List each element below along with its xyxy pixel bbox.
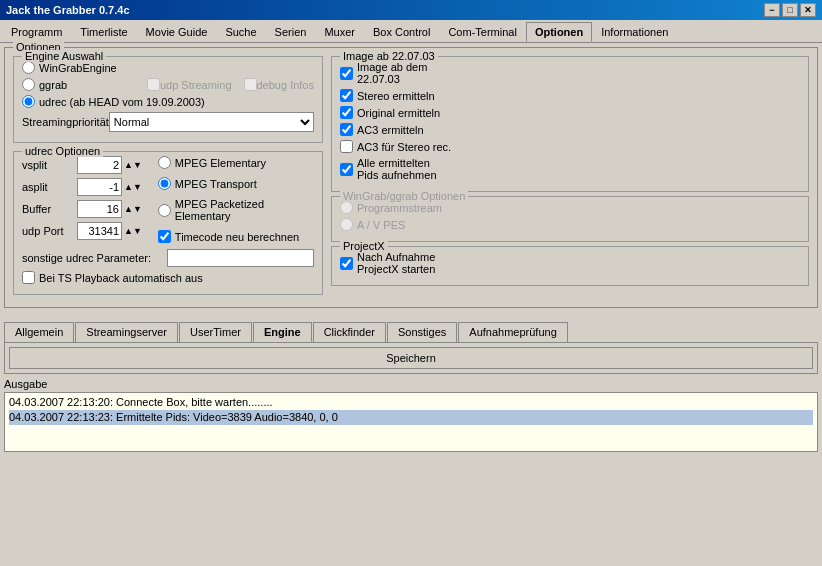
ggrab-radio[interactable]: [22, 78, 35, 91]
output-line-1: 04.03.2007 22:13:20: Connecte Box, bitte…: [9, 395, 813, 410]
ggrab-label: ggrab: [39, 79, 67, 91]
stereo-row: Stereo ermitteln: [340, 89, 800, 102]
close-button[interactable]: ✕: [800, 3, 816, 17]
main-area: Optionen Engine Auswahl WinGrabEngine: [0, 43, 822, 318]
alle-checkbox[interactable]: [340, 163, 353, 176]
tab-clickfinder[interactable]: Clickfinder: [313, 322, 386, 342]
udp-streaming-checkbox[interactable]: [147, 78, 160, 91]
image-group: Image ab 22.07.03 Image ab dem22.07.03 S…: [331, 56, 809, 192]
ts-playback-checkbox[interactable]: [22, 271, 35, 284]
wingrab-group-title: WinGrab/ggrab Optionen: [340, 190, 468, 202]
output-label: Ausgabe: [4, 378, 818, 390]
menu-com-terminal[interactable]: Com-Terminal: [439, 22, 525, 42]
buffer-spinner[interactable]: ▲▼: [124, 204, 142, 214]
av-pes-radio[interactable]: [340, 218, 353, 231]
asplit-input[interactable]: [77, 178, 122, 196]
menu-optionen[interactable]: Optionen: [526, 22, 592, 42]
udp-port-label: udp Port: [22, 225, 77, 237]
menu-timerliste[interactable]: Timerliste: [71, 22, 136, 42]
sonstige-row: sonstige udrec Parameter:: [22, 249, 314, 267]
ac3-stereo-checkbox[interactable]: [340, 140, 353, 153]
timecode-row: Timecode neu berechnen: [158, 230, 314, 243]
output-section: Ausgabe 04.03.2007 22:13:20: Connecte Bo…: [4, 378, 818, 452]
output-line-2: 04.03.2007 22:13:23: Ermittelte Pids: Vi…: [9, 410, 813, 425]
original-checkbox[interactable]: [340, 106, 353, 119]
tab-aufnahmepruefung[interactable]: Aufnahmeprüfung: [458, 322, 567, 342]
vsplit-label: vsplit: [22, 159, 77, 171]
udrec-left: vsplit ▲▼ asplit ▲▼ Buffer: [22, 156, 142, 247]
wingrab-radio-row: WinGrabEngine: [22, 61, 314, 74]
right-column: Image ab 22.07.03 Image ab dem22.07.03 S…: [331, 56, 809, 299]
tab-allgemein[interactable]: Allgemein: [4, 322, 74, 342]
vsplit-row: vsplit ▲▼: [22, 156, 142, 174]
menu-informationen[interactable]: Informationen: [592, 22, 677, 42]
projectx-group: ProjectX Nach AufnahmeProjectX starten: [331, 246, 809, 286]
projectx-group-title: ProjectX: [340, 240, 388, 252]
prog-stream-radio[interactable]: [340, 201, 353, 214]
save-bar: Speichern: [4, 342, 818, 374]
image-group-title: Image ab 22.07.03: [340, 50, 438, 62]
menu-serien[interactable]: Serien: [266, 22, 316, 42]
ac3-stereo-label: AC3 für Stereo rec.: [357, 141, 451, 153]
priority-label: Streamingpriorität: [22, 116, 109, 128]
buffer-row: Buffer ▲▼: [22, 200, 142, 218]
priority-select[interactable]: Normal High Low: [109, 112, 314, 132]
udp-port-spinner[interactable]: ▲▼: [124, 226, 142, 236]
debug-infos-label: debug Infos: [257, 79, 315, 91]
mpeg-elem-row: MPEG Elementary: [158, 156, 314, 169]
window-controls: − □ ✕: [764, 3, 816, 17]
mpeg-transport-label: MPEG Transport: [175, 178, 257, 190]
prog-stream-row: Programmstream: [340, 201, 800, 214]
menu-box-control[interactable]: Box Control: [364, 22, 439, 42]
wingrab-group: WinGrab/ggrab Optionen Programmstream A …: [331, 196, 809, 242]
optionen-group: Optionen Engine Auswahl WinGrabEngine: [4, 47, 818, 308]
buffer-label: Buffer: [22, 203, 77, 215]
prog-stream-label: Programmstream: [357, 202, 442, 214]
ts-playback-row: Bei TS Playback automatisch aus: [22, 271, 314, 284]
udp-port-input[interactable]: [77, 222, 122, 240]
save-button[interactable]: Speichern: [9, 347, 813, 369]
ac3-stereo-row: AC3 für Stereo rec.: [340, 140, 800, 153]
tab-sonstiges[interactable]: Sonstiges: [387, 322, 457, 342]
nach-aufnahme-row: Nach AufnahmeProjectX starten: [340, 251, 800, 275]
window-title: Jack the Grabber 0.7.4c: [6, 4, 130, 16]
udrec-radio[interactable]: [22, 95, 35, 108]
stereo-checkbox[interactable]: [340, 89, 353, 102]
sonstige-input[interactable]: [167, 249, 314, 267]
menu-suche[interactable]: Suche: [216, 22, 265, 42]
menu-programm[interactable]: Programm: [2, 22, 71, 42]
udrec-group: udrec Optionen vsplit ▲▼ asplit: [13, 151, 323, 295]
asplit-label: asplit: [22, 181, 77, 193]
minimize-button[interactable]: −: [764, 3, 780, 17]
mpeg-elementary-label: MPEG Elementary: [175, 157, 266, 169]
image-ab-checkbox[interactable]: [340, 67, 353, 80]
tab-usertimer[interactable]: UserTimer: [179, 322, 252, 342]
vsplit-input[interactable]: [77, 156, 122, 174]
timecode-checkbox[interactable]: [158, 230, 171, 243]
buffer-input[interactable]: [77, 200, 122, 218]
menu-muxer[interactable]: Muxer: [315, 22, 364, 42]
mpeg-elementary-radio[interactable]: [158, 156, 171, 169]
mpeg-packetized-radio[interactable]: [158, 204, 171, 217]
sonstige-label: sonstige udrec Parameter:: [22, 252, 167, 264]
menu-movie-guide[interactable]: Movie Guide: [137, 22, 217, 42]
mpeg-transport-radio[interactable]: [158, 177, 171, 190]
image-ab-label: Image ab dem22.07.03: [357, 61, 427, 85]
av-pes-label: A / V PES: [357, 219, 405, 231]
tab-engine[interactable]: Engine: [253, 322, 312, 342]
nach-aufnahme-checkbox[interactable]: [340, 257, 353, 270]
vsplit-spinner[interactable]: ▲▼: [124, 160, 142, 170]
ac3-checkbox[interactable]: [340, 123, 353, 136]
tab-streamingserver[interactable]: Streamingserver: [75, 322, 178, 342]
nach-aufnahme-label: Nach AufnahmeProjectX starten: [357, 251, 435, 275]
maximize-button[interactable]: □: [782, 3, 798, 17]
mpeg-packetized-label: MPEG Packetized Elementary: [175, 198, 314, 222]
udp-port-row: udp Port ▲▼: [22, 222, 142, 240]
udrec-label: udrec (ab HEAD vom 19.09.2003): [39, 96, 205, 108]
asplit-spinner[interactable]: ▲▼: [124, 182, 142, 192]
wingrab-radio[interactable]: [22, 61, 35, 74]
udp-streaming-row: udp Streaming: [147, 78, 232, 91]
original-label: Original ermitteln: [357, 107, 440, 119]
original-row: Original ermitteln: [340, 106, 800, 119]
debug-infos-checkbox[interactable]: [244, 78, 257, 91]
